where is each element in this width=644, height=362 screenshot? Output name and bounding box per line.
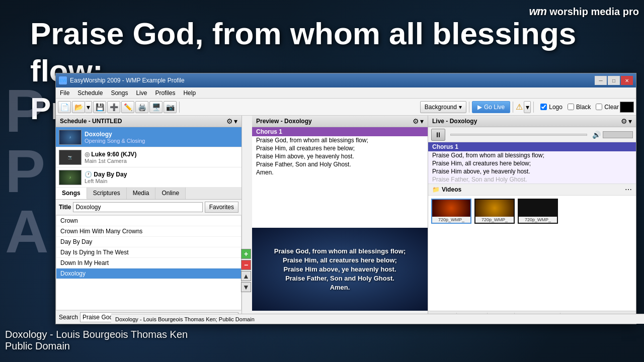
clear-label[interactable]: Clear	[604, 104, 619, 111]
left-letters-overlay: P P A	[5, 80, 49, 261]
tab-media[interactable]: Media	[127, 188, 156, 199]
video-img-2	[475, 200, 514, 217]
toolbar-print-btn[interactable]: 🖨️	[135, 101, 148, 113]
preview-lyric-3[interactable]: Praise Father, Son and Holy Ghost.	[252, 160, 428, 168]
list-item[interactable]: Day By Day	[56, 237, 241, 247]
pause-btn[interactable]: ⏸	[431, 129, 445, 141]
toolbar-add-btn[interactable]: ➕	[107, 101, 120, 113]
toolbar-edit-btn[interactable]: ✏️	[121, 101, 134, 113]
close-button[interactable]: ✕	[621, 76, 633, 85]
schedule-remove-btn[interactable]: −	[241, 260, 251, 270]
list-item[interactable]: Day Is Dying In The West	[56, 247, 241, 258]
menu-profiles[interactable]: Profiles	[151, 88, 179, 98]
menu-songs[interactable]: Songs	[107, 88, 132, 98]
bottom-overlay-line2: Public Domain	[5, 340, 188, 352]
logo-checkbox[interactable]	[540, 104, 547, 110]
list-item[interactable]: Crown Him With Many Crowns	[56, 226, 241, 237]
live-dropdown-btn[interactable]: ▾	[628, 117, 632, 125]
live-panel: Live - Doxology ⚙ ▾ ⏸ 🔊 Chorus 1 Praise …	[428, 116, 636, 324]
songs-list: Crown Crown Him With Many Crowns Day By …	[56, 215, 242, 310]
clear-checkbox[interactable]	[596, 104, 602, 110]
schedule-item-luke[interactable]: 📷 ◎ Luke 9:60 (KJV) Main 1st Camera	[56, 147, 242, 167]
list-item[interactable]: Crown	[56, 216, 241, 226]
live-controls: ⏸ 🔊	[428, 127, 636, 142]
video-thumb-2[interactable]: 720p_WMP_	[474, 199, 515, 224]
bible-icon: ◎	[85, 151, 90, 158]
videos-header: 📁 Videos ⋯	[428, 184, 636, 196]
preview-dropdown-btn[interactable]: ▾	[420, 117, 424, 125]
toolbar-warning-dropdown[interactable]: ▾	[524, 101, 531, 113]
maximize-button[interactable]: □	[608, 76, 620, 85]
toolbar-open-btn[interactable]: 📂	[72, 101, 85, 113]
tab-songs[interactable]: Songs	[56, 188, 87, 199]
tab-online[interactable]: Online	[155, 188, 186, 199]
songs-tabs: Songs Scriptures Media Online	[56, 188, 242, 200]
go-live-icon: ▶	[477, 104, 482, 111]
minimize-button[interactable]: ─	[595, 76, 607, 85]
live-lyric-2[interactable]: Praise Him above, ye heavenly host.	[428, 167, 636, 175]
schedule-item-daybyday-sub: Left Main	[85, 178, 238, 184]
live-lyric-0[interactable]: Praise God, from whom all blessings flow…	[428, 151, 636, 159]
toolbar-save-btn[interactable]: 💾	[93, 101, 106, 113]
menu-schedule[interactable]: Schedule	[73, 88, 107, 98]
app-icon: EW	[59, 76, 67, 84]
preview-lyric-1[interactable]: Praise Him, all creatures here below;	[252, 144, 428, 152]
live-chorus-header[interactable]: Chorus 1	[428, 142, 636, 151]
schedule-dropdown-btn[interactable]: ▾	[234, 117, 237, 125]
schedule-add-btn[interactable]: +	[241, 249, 251, 259]
menu-help[interactable]: Help	[179, 88, 200, 98]
volume-slider[interactable]	[603, 131, 633, 138]
tab-scriptures[interactable]: Scriptures	[87, 188, 127, 199]
schedule-item-daybyday[interactable]: ♪ 🕐 Day By Day Left Main	[56, 167, 242, 188]
black-label[interactable]: Black	[576, 104, 591, 111]
toolbar-open-dropdown[interactable]: ▾	[85, 101, 92, 113]
preview-title: Preview - Doxology	[256, 118, 312, 125]
songs-title-input[interactable]	[73, 202, 202, 212]
schedule-item-doxology[interactable]: ♪ Doxology Opening Song & Closing	[56, 127, 242, 147]
window-controls: ─ □ ✕	[595, 76, 633, 85]
black-checkbox[interactable]	[568, 104, 574, 110]
preview-gear-btn[interactable]: ⚙	[413, 117, 419, 125]
schedule-gear-btn[interactable]: ⚙	[226, 117, 233, 125]
status-bar: Doxology - Louis Bourgeois Thomas Ken; P…	[111, 314, 644, 324]
preview-lyrics: Chorus 1 Praise God, from whom all bless…	[252, 127, 428, 228]
schedule-action-btns: + − ▲ ▼	[241, 249, 251, 324]
left-panel: Schedule - UNTITLED ⚙ ▾ ♪ Doxology Openi…	[56, 116, 242, 324]
menu-live[interactable]: Live	[132, 88, 151, 98]
preview-lyric-4[interactable]: Amen.	[252, 168, 428, 176]
menu-file[interactable]: File	[56, 88, 73, 98]
video-thumb-1[interactable]: 720p_WMP_	[431, 199, 471, 224]
main-content: Schedule - UNTITLED ⚙ ▾ ♪ Doxology Openi…	[56, 116, 636, 324]
videos-more-btn[interactable]: ⋯	[625, 186, 632, 194]
schedule-item-doxology-text: Doxology Opening Song & Closing	[85, 131, 238, 144]
color-swatch[interactable]	[620, 102, 634, 113]
preview-lyric-2[interactable]: Praise Him above, ye heavenly host.	[252, 152, 428, 160]
go-live-btn[interactable]: ▶ Go Live	[472, 101, 510, 113]
live-lyric-1[interactable]: Praise Him, all creatures here below;	[428, 159, 636, 167]
toolbar-new-btn[interactable]: 📄	[58, 101, 71, 113]
preview-thumbnail[interactable]: Praise God, from whom all blessings flow…	[252, 228, 428, 311]
left-letter-p: P	[5, 80, 49, 141]
live-lyric-3[interactable]: Praise Father, Son and Holy Ghost.	[428, 175, 636, 184]
video-thumb-3[interactable]: 720p_WMP_	[518, 199, 558, 224]
schedule-title: Schedule - UNTITLED	[60, 118, 122, 125]
logo-label[interactable]: Logo	[549, 104, 562, 111]
songs-search-bar: Title Favorites	[56, 200, 242, 215]
toolbar-monitor-btn[interactable]: 🖥️	[149, 101, 163, 113]
list-item[interactable]: Down In My Heart	[56, 258, 241, 268]
list-item[interactable]: Doxology	[56, 268, 241, 279]
toolbar-media-btn[interactable]: 📷	[164, 101, 177, 113]
clear-checkbox-group: Clear	[596, 104, 619, 111]
schedule-item-doxology-title: Doxology	[85, 131, 238, 138]
schedule-up-btn[interactable]: ▲	[241, 271, 251, 281]
schedule-down-btn[interactable]: ▼	[241, 282, 251, 292]
watermark-logo: wm	[529, 5, 547, 18]
preview-chorus-header[interactable]: Chorus 1	[252, 127, 428, 136]
background-btn[interactable]: Background ▾	[420, 101, 466, 113]
preview-lyric-0[interactable]: Praise God, from whom all blessings flow…	[252, 136, 428, 144]
background-label: Background	[425, 104, 457, 111]
live-gear-btn[interactable]: ⚙	[621, 117, 627, 125]
favorites-btn[interactable]: Favorites	[205, 202, 238, 213]
black-checkbox-group: Black	[568, 104, 591, 111]
live-header-controls: ⚙ ▾	[621, 117, 632, 125]
